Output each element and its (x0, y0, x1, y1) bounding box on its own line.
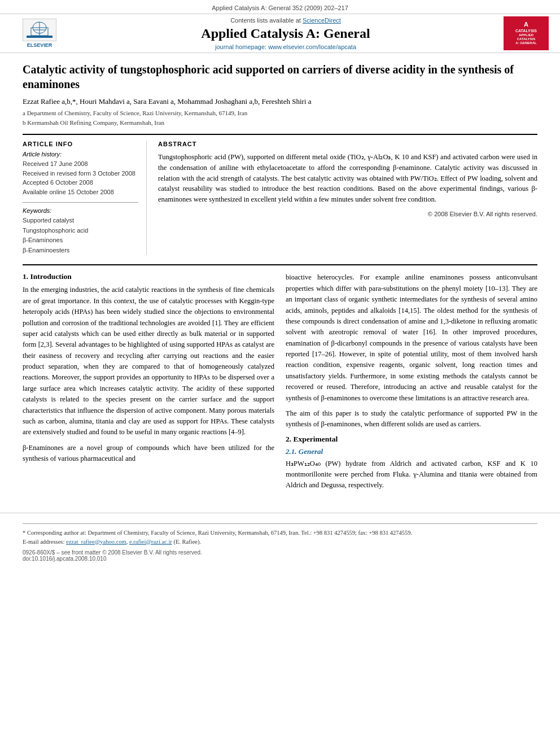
authors-text: Ezzat Rafiee a,b,*, Houri Mahdavi a, Sar… (23, 97, 312, 106)
intro-paragraph-2: β-Enaminones are a novel group of compou… (23, 443, 274, 465)
footnote-star-text: * Corresponding author at: Department of… (23, 530, 412, 536)
footer-section: * Corresponding author at: Department of… (0, 513, 560, 568)
general-text: H₃PW₁₂O₄₀ (PW) hydrate from Aldrich and … (286, 458, 537, 491)
intro-number: 1. (23, 272, 28, 281)
keyword-1: Supported catalyst (23, 216, 138, 226)
intro-section-title: 1. Introduction (23, 272, 274, 281)
email-label: E-mail addresses: (23, 539, 64, 545)
sciencedirect-link[interactable]: ScienceDirect (303, 17, 341, 24)
right-column: bioactive heterocycles. For example anil… (286, 272, 537, 495)
email-suffix: (E. Rafiee). (173, 539, 201, 545)
catalysis-logo: A CATALYSIS APPLIED CATALYSIS A: GENERAL (504, 16, 549, 50)
journal-header: ELSEVIER Contents lists available at Sci… (0, 14, 560, 53)
issn-line: 0926-860X/$ – see front matter © 2008 El… (23, 549, 537, 562)
left-column: 1. Introduction In the emerging industri… (23, 272, 274, 495)
intro-right-paragraph-1: bioactive heterocycles. For example anil… (286, 272, 537, 404)
affiliation-b: b Kermanshah Oil Refining Company, Kerma… (23, 118, 537, 128)
experimental-number: 2. (286, 435, 291, 443)
subsection-number: 2.1. (286, 447, 297, 456)
footnote-email: E-mail addresses: ezzat_rafiee@yahoo.com… (23, 538, 537, 547)
main-body: 1. Introduction In the emerging industri… (23, 264, 537, 495)
received-revised-date: Received in revised form 3 October 2008 (23, 169, 138, 178)
abstract-title: ABSTRACT (158, 141, 537, 147)
two-column-layout: 1. Introduction In the emerging industri… (23, 272, 537, 495)
elsevier-logo: ELSEVIER (11, 16, 68, 50)
experimental-title: Experimental (294, 435, 338, 443)
received-date: Received 17 June 2008 (23, 159, 138, 169)
general-subsection-title: 2.1. General (286, 447, 537, 456)
journal-title: Applied Catalysis A: General (68, 26, 504, 41)
article-title: Catalytic activity of tungstophosphoric … (23, 62, 537, 91)
article-info-title: ARTICLE INFO (23, 141, 138, 147)
article-info-panel: ARTICLE INFO Article history: Received 1… (23, 141, 147, 255)
keyword-3: β-Enaminones (23, 235, 138, 246)
keyword-2: Tungstophosphoric acid (23, 226, 138, 236)
page: Applied Catalysis A: General 352 (2009) … (0, 0, 560, 747)
article-history: Article history: Received 17 June 2008 R… (23, 151, 138, 196)
footnote-star: * Corresponding author at: Department of… (23, 528, 537, 538)
journal-center: Contents lists available at ScienceDirec… (68, 17, 504, 50)
keywords-label: Keywords: (23, 207, 138, 214)
journal-reference: Applied Catalysis A: General 352 (2009) … (0, 0, 560, 14)
email-link-2[interactable]: e.rafiei@razi.ac.ir (129, 539, 172, 545)
email-link-1[interactable]: ezzat_rafiee@yahoo.com (66, 539, 126, 545)
elsevier-text: ELSEVIER (27, 42, 53, 48)
article-content: Catalytic activity of tungstophosphoric … (0, 53, 560, 507)
accepted-date: Accepted 6 October 2008 (23, 178, 138, 187)
experimental-section-title: 2. Experimental (286, 435, 537, 444)
affiliation-a: a Department of Chemistry, Faculty of Sc… (23, 108, 537, 118)
issn-text: 0926-860X/$ – see front matter © 2008 El… (23, 549, 537, 556)
doi-text: doi:10.1016/j.apcata.2008.10.010 (23, 556, 537, 562)
intro-title: Introduction (30, 272, 72, 281)
svg-rect-0 (27, 36, 53, 38)
catalysis-logo-text: A CATALYSIS APPLIED CATALYSIS A: GENERAL (515, 21, 537, 45)
elsevier-tree-icon (23, 19, 56, 41)
intro-paragraph-1: In the emerging industries, the acid cat… (23, 285, 274, 438)
contents-available: Contents lists available at ScienceDirec… (68, 17, 504, 24)
copyright-text: © 2008 Elsevier B.V. All rights reserved… (158, 211, 537, 217)
available-date: Available online 15 October 2008 (23, 187, 138, 197)
history-label: Article history: (23, 151, 138, 158)
authors-line: Ezzat Rafiee a,b,*, Houri Mahdavi a, Sar… (23, 97, 537, 106)
journal-ref-text: Applied Catalysis A: General 352 (2009) … (212, 5, 348, 11)
article-info-abstract-block: ARTICLE INFO Article history: Received 1… (23, 134, 537, 255)
affiliations: a Department of Chemistry, Faculty of Sc… (23, 108, 537, 127)
subsection-title-text: General (299, 447, 323, 456)
journal-homepage: journal homepage: www.elsevier.com/locat… (68, 43, 504, 50)
abstract-section: ABSTRACT Tungstophosphoric acid (PW), su… (158, 141, 537, 255)
keyword-4: β-Enaminoesters (23, 246, 138, 256)
abstract-text: Tungstophosphoric acid (PW), supported o… (158, 152, 537, 205)
intro-right-paragraph-2: The aim of this paper is to study the ca… (286, 408, 537, 430)
keywords-section: Keywords: Supported catalyst Tungstophos… (23, 207, 138, 255)
